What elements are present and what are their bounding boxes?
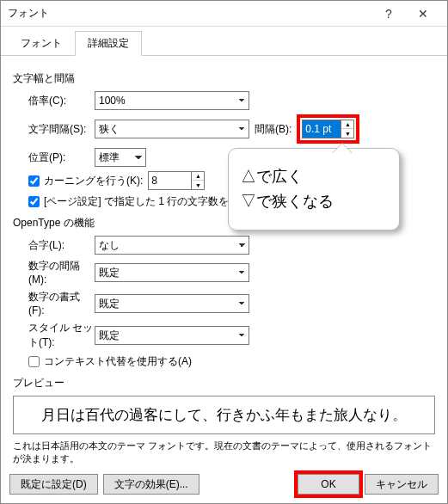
- preview-description: これは日本語用の本文のテーマ フォントです。現在の文書のテーマによって、使用され…: [13, 439, 435, 466]
- page-setup-checkbox[interactable]: [28, 196, 40, 207]
- style-set-select[interactable]: 既定: [95, 326, 249, 345]
- position-label: 位置(P):: [13, 151, 95, 165]
- scale-label: 倍率(C):: [13, 94, 95, 108]
- spacing-select[interactable]: 狭く: [95, 120, 249, 138]
- scale-select[interactable]: 100%: [95, 91, 249, 110]
- num-form-select[interactable]: 既定: [95, 294, 249, 313]
- close-button[interactable]: ✕: [406, 2, 440, 26]
- ok-button[interactable]: OK: [298, 474, 359, 495]
- page-setup-label: [ページ設定] で指定した 1 行の文字数を: [44, 194, 229, 209]
- num-form-label: 数字の書式(F):: [13, 290, 95, 317]
- kerning-checkbox[interactable]: [28, 175, 40, 187]
- spinner-up-icon[interactable]: ▲: [341, 120, 353, 129]
- tab-bar: フォント 詳細設定: [1, 27, 447, 56]
- dialog-title: フォント: [8, 6, 371, 21]
- context-alt-checkbox[interactable]: [28, 356, 40, 367]
- tab-font[interactable]: フォント: [8, 31, 75, 56]
- num-spacing-label: 数字の間隔(M):: [13, 259, 95, 286]
- section-character-spacing: 文字幅と間隔: [13, 71, 435, 86]
- tab-advanced[interactable]: 詳細設定: [75, 31, 142, 56]
- kerning-input[interactable]: [149, 172, 187, 189]
- ligature-select[interactable]: なし: [95, 236, 249, 255]
- style-set-label: スタイル セット(T):: [13, 321, 95, 350]
- spinner-down-icon[interactable]: ▼: [192, 181, 204, 189]
- callout-line2: ▽で狭くなる: [241, 189, 387, 214]
- titlebar: フォント ? ✕: [1, 1, 447, 27]
- set-default-button[interactable]: 既定に設定(D): [9, 474, 98, 495]
- spinner-up-icon[interactable]: ▲: [192, 172, 204, 181]
- num-spacing-select[interactable]: 既定: [95, 263, 249, 282]
- content-area: 文字幅と間隔 倍率(C): 100% 文字間隔(S): 狭く 間隔(B): ▲ …: [1, 56, 447, 467]
- callout-line1: △で広く: [241, 164, 387, 189]
- position-select[interactable]: 標準: [95, 148, 146, 167]
- kerning-label: カーニングを行う(K):: [44, 174, 143, 188]
- text-effects-button[interactable]: 文字の効果(E)...: [103, 474, 199, 495]
- spacing-gap-label: 間隔(B):: [255, 122, 292, 137]
- instruction-callout: △で広く ▽で狭くなる: [228, 148, 400, 230]
- help-button[interactable]: ?: [371, 2, 406, 26]
- ligature-label: 合字(L):: [13, 238, 95, 253]
- kerning-spinner[interactable]: ▲ ▼: [148, 171, 205, 190]
- font-dialog: フォント ? ✕ フォント 詳細設定 文字幅と間隔 倍率(C): 100% 文字…: [0, 0, 448, 504]
- button-bar: 既定に設定(D) 文字の効果(E)... OK キャンセル: [1, 467, 447, 503]
- preview-box: 月日は百代の過客にして、行きかふ年もまた旅人なり。: [13, 396, 435, 434]
- preview-label: プレビュー: [13, 376, 435, 390]
- context-alt-label: コンテキスト代替を使用する(A): [44, 354, 192, 369]
- spacing-label: 文字間隔(S):: [13, 122, 95, 137]
- cancel-button[interactable]: キャンセル: [365, 474, 439, 495]
